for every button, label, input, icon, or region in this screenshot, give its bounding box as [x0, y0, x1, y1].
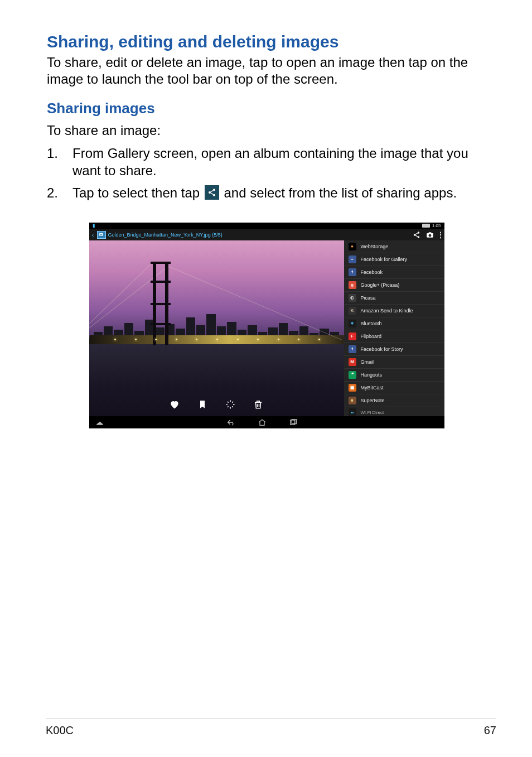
back-nav-button[interactable] — [226, 418, 235, 426]
svg-point-6 — [413, 234, 415, 236]
share-app-label: Facebook for Story — [361, 346, 403, 352]
share-apps-panel: ●WebStorage≡Facebook for GalleryfFaceboo… — [344, 240, 444, 416]
svg-rect-11 — [428, 232, 431, 233]
share-app-label: Amazon Send to Kindle — [361, 308, 413, 314]
heading-sharing-images: Sharing images — [47, 100, 486, 117]
svg-line-3 — [210, 191, 213, 192]
svg-line-4 — [210, 193, 213, 195]
share-app-item[interactable]: gGoogle+ (Picasa) — [344, 279, 444, 292]
step-2: Tap to select then tap and select from t… — [47, 184, 486, 201]
share-app-label: SuperNote — [361, 398, 385, 403]
share-app-icon: M — [349, 358, 356, 366]
share-app-item[interactable]: ◐Picasa — [344, 292, 444, 305]
bookmark-button[interactable] — [196, 398, 209, 411]
gallery-filename: Golden_Bridge_Manhattan_New_York_NY.jpg … — [108, 232, 223, 238]
photo-viewer[interactable] — [89, 240, 344, 416]
gallery-action-bar: ‹ 🖼 Golden_Bridge_Manhattan_New_York_NY.… — [89, 229, 444, 240]
share-app-label: Flipboard — [361, 334, 382, 339]
share-app-icon: ≡ — [349, 255, 356, 263]
share-app-label: Google+ (Picasa) — [361, 282, 400, 288]
share-app-label: Facebook — [361, 269, 383, 275]
step-2-text-b: and select from the list of sharing apps… — [220, 185, 457, 200]
share-app-item[interactable]: FFlipboard — [344, 330, 444, 343]
share-app-icon: ❝ — [349, 371, 356, 379]
heading-sharing-editing-deleting: Sharing, editing and deleting images — [47, 32, 486, 51]
share-app-item[interactable]: fFacebook for Story — [344, 343, 444, 356]
share-app-icon: f — [349, 268, 356, 276]
edit-button[interactable] — [224, 398, 236, 411]
system-nav-bar — [89, 416, 444, 428]
step-2-text-a: Tap to select then tap — [72, 185, 204, 200]
svg-line-8 — [415, 233, 417, 234]
share-app-icon: f — [349, 345, 356, 353]
share-app-item[interactable]: ❝Hangouts — [344, 369, 444, 382]
steps-list: From Gallery screen, open an album conta… — [47, 144, 486, 201]
status-time: 1:05 — [432, 223, 441, 228]
overflow-button[interactable]: ⋮ — [437, 229, 444, 240]
share-app-icon: g — [349, 281, 356, 289]
home-nav-button[interactable] — [258, 418, 267, 426]
heading-body: To share, edit or delete an image, tap t… — [47, 54, 486, 88]
svg-line-9 — [415, 235, 417, 237]
svg-point-1 — [209, 191, 211, 194]
svg-point-12 — [428, 234, 431, 237]
status-bar: ▮ 1:05 — [89, 223, 444, 229]
share-app-icon: ▣ — [349, 384, 356, 392]
share-app-label: Bluetooth — [361, 321, 382, 326]
svg-point-7 — [417, 236, 419, 238]
share-app-label: MyBitCast — [361, 385, 384, 390]
share-app-label: Hangouts — [361, 372, 383, 378]
status-app-icon: ▮ — [93, 223, 95, 228]
share-app-icon: K — [349, 307, 356, 315]
share-app-icon: ◐ — [349, 294, 356, 302]
share-app-item[interactable]: ●WebStorage — [344, 240, 444, 253]
svg-point-5 — [417, 232, 419, 234]
gallery-screenshot: ▮ 1:05 ‹ 🖼 Golden_Bridge_Manhattan_New_Y… — [89, 223, 444, 428]
share-app-item[interactable]: fFacebook — [344, 266, 444, 279]
share-app-icon: ■ — [349, 397, 356, 404]
share-app-label: Wi-Fi Direct — [361, 410, 384, 415]
share-app-item[interactable]: ••Wi-Fi Direct — [344, 407, 444, 416]
share-app-icon: •• — [349, 408, 356, 416]
share-app-item[interactable]: ■SuperNote — [344, 394, 444, 407]
share-app-item[interactable]: ≡Facebook for Gallery — [344, 253, 444, 266]
gallery-thumb-icon: 🖼 — [97, 231, 106, 239]
share-app-label: Facebook for Gallery — [361, 257, 408, 262]
step-1: From Gallery screen, open an album conta… — [47, 144, 486, 179]
share-app-item[interactable]: ▣MyBitCast — [344, 382, 444, 394]
back-button[interactable]: ‹ — [89, 229, 97, 240]
share-app-item[interactable]: MGmail — [344, 356, 444, 369]
delete-button[interactable] — [252, 398, 264, 411]
battery-icon — [422, 224, 430, 228]
footer-rule — [46, 719, 496, 719]
share-app-icon: ∗ — [349, 320, 356, 327]
svg-point-0 — [213, 189, 215, 191]
gallery-title[interactable]: 🖼 Golden_Bridge_Manhattan_New_York_NY.jp… — [97, 229, 226, 240]
drawer-icon[interactable] — [96, 419, 104, 426]
share-app-label: Picasa — [361, 295, 376, 301]
share-app-label: WebStorage — [361, 244, 389, 249]
share-app-item[interactable]: KAmazon Send to Kindle — [344, 305, 444, 317]
footer-page: 67 — [484, 724, 496, 737]
svg-point-2 — [213, 194, 215, 196]
share-app-icon: F — [349, 332, 356, 340]
favorite-button[interactable] — [168, 398, 181, 411]
share-app-label: Gmail — [361, 359, 374, 365]
camera-button[interactable] — [423, 229, 437, 240]
share-icon — [205, 185, 219, 200]
sharing-intro: To share an image: — [47, 122, 486, 139]
share-app-item[interactable]: ∗Bluetooth — [344, 317, 444, 330]
share-app-icon: ● — [349, 243, 356, 250]
recent-nav-button[interactable] — [289, 418, 298, 426]
photo-toolbar — [89, 398, 344, 411]
share-button[interactable] — [410, 229, 423, 240]
footer-model: K00C — [46, 724, 74, 737]
